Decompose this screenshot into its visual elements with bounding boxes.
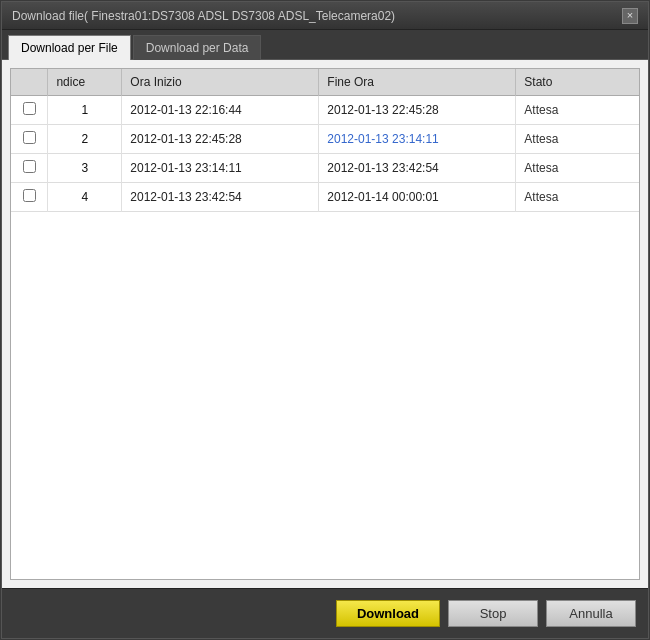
row-fine-ora: 2012-01-14 00:00:01 [319,183,516,212]
row-checkbox-cell [11,125,48,154]
table-row: 12012-01-13 22:16:442012-01-13 22:45:28A… [11,96,639,125]
table-row: 32012-01-13 23:14:112012-01-13 23:42:54A… [11,154,639,183]
table-row: 42012-01-13 23:42:542012-01-14 00:00:01A… [11,183,639,212]
download-button[interactable]: Download [336,600,440,627]
row-index: 3 [48,154,122,183]
row-ora-inizio: 2012-01-13 23:14:11 [122,154,319,183]
row-stato: Attesa [516,125,639,154]
table-row: 22012-01-13 22:45:282012-01-13 23:14:11A… [11,125,639,154]
row-fine-ora: 2012-01-13 23:14:11 [319,125,516,154]
col-header-index: ndice [48,69,122,96]
close-button[interactable]: × [622,8,638,24]
annulla-button[interactable]: Annulla [546,600,636,627]
data-table: ndice Ora Inizio Fine Ora Stato 12012-01… [11,69,639,212]
row-fine-ora: 2012-01-13 22:45:28 [319,96,516,125]
col-header-ora-inizio: Ora Inizio [122,69,319,96]
row-stato: Attesa [516,154,639,183]
main-window: Download file( Finestra01:DS7308 ADSL DS… [1,1,649,639]
window-title: Download file( Finestra01:DS7308 ADSL DS… [12,9,395,23]
row-stato: Attesa [516,183,639,212]
row-checkbox[interactable] [23,102,36,115]
table-header-row: ndice Ora Inizio Fine Ora Stato [11,69,639,96]
content-area: ndice Ora Inizio Fine Ora Stato 12012-01… [2,60,648,588]
row-checkbox-cell [11,96,48,125]
col-header-stato: Stato [516,69,639,96]
row-index: 2 [48,125,122,154]
tab-download-per-data[interactable]: Download per Data [133,35,262,60]
table-body: 12012-01-13 22:16:442012-01-13 22:45:28A… [11,96,639,212]
title-bar: Download file( Finestra01:DS7308 ADSL DS… [2,2,648,30]
row-checkbox[interactable] [23,160,36,173]
data-table-container: ndice Ora Inizio Fine Ora Stato 12012-01… [10,68,640,580]
row-stato: Attesa [516,96,639,125]
row-ora-inizio: 2012-01-13 22:45:28 [122,125,319,154]
row-ora-inizio: 2012-01-13 22:16:44 [122,96,319,125]
row-checkbox[interactable] [23,131,36,144]
row-ora-inizio: 2012-01-13 23:42:54 [122,183,319,212]
footer: Download Stop Annulla [2,588,648,638]
row-index: 4 [48,183,122,212]
col-header-fine-ora: Fine Ora [319,69,516,96]
row-index: 1 [48,96,122,125]
row-fine-ora: 2012-01-13 23:42:54 [319,154,516,183]
tab-bar: Download per File Download per Data [2,30,648,60]
tab-download-per-file[interactable]: Download per File [8,35,131,60]
col-header-check [11,69,48,96]
stop-button[interactable]: Stop [448,600,538,627]
row-checkbox-cell [11,154,48,183]
row-checkbox[interactable] [23,189,36,202]
row-checkbox-cell [11,183,48,212]
